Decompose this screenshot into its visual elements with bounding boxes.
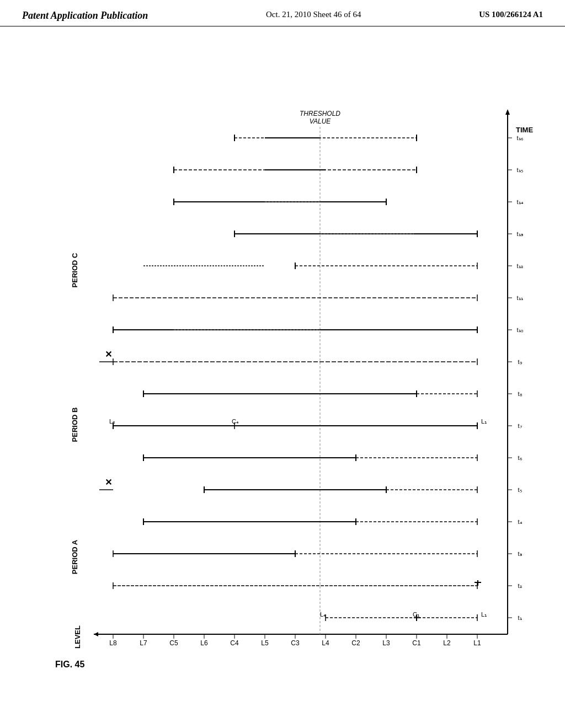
svg-text:t₇: t₇: [518, 422, 521, 429]
svg-text:t₁₀: t₁₀: [516, 326, 523, 333]
svg-text:VALUE: VALUE: [310, 117, 332, 125]
svg-text:t₂: t₂: [518, 582, 521, 589]
svg-text:t₅: t₅: [518, 486, 521, 493]
svg-text:t₁₆: t₁₆: [516, 135, 523, 141]
svg-text:t₁₅: t₁₅: [516, 167, 523, 173]
svg-text:C1: C1: [412, 639, 421, 647]
svg-text:TIME: TIME: [516, 126, 533, 134]
svg-text:C2: C2: [351, 639, 360, 647]
svg-text:t₉: t₉: [518, 358, 521, 365]
svg-text:FIG. 45: FIG. 45: [55, 660, 84, 669]
svg-text:L6: L6: [200, 639, 208, 647]
svg-text:t₁: t₁: [518, 614, 521, 621]
svg-text:PERIOD A: PERIOD A: [71, 539, 79, 574]
svg-text:C₁: C₁: [413, 611, 419, 618]
publication-date-sheet: Oct. 21, 2010 Sheet 46 of 64: [266, 10, 361, 19]
svg-marker-4: [505, 109, 510, 115]
svg-text:t₁₃: t₁₃: [516, 231, 523, 237]
svg-text:C4: C4: [230, 639, 239, 647]
svg-text:L₁: L₁: [481, 611, 487, 618]
svg-text:t₁₂: t₁₂: [516, 263, 523, 269]
svg-text:✕: ✕: [105, 350, 112, 359]
publication-number: US 100/266124 A1: [479, 10, 543, 19]
svg-text:L5: L5: [261, 639, 269, 647]
svg-marker-1: [94, 632, 98, 636]
svg-text:C3: C3: [291, 639, 300, 647]
svg-text:L3: L3: [382, 639, 390, 647]
svg-text:t₃: t₃: [518, 550, 521, 557]
svg-text:L₈: L₈: [109, 418, 115, 425]
svg-text:t₈: t₈: [518, 390, 522, 397]
svg-text:t₁₄: t₁₄: [516, 199, 523, 205]
svg-text:L7: L7: [140, 639, 147, 647]
svg-text:C5: C5: [169, 639, 178, 647]
svg-text:THRESHOLD: THRESHOLD: [300, 110, 340, 117]
svg-text:t₆: t₆: [518, 454, 522, 461]
chart-svg: LEVEL TIME L8 L7 C5 L6 C4 L5: [28, 77, 546, 684]
svg-text:t₄: t₄: [518, 518, 522, 525]
publication-title: Patent Application Publication: [22, 10, 148, 22]
svg-text:L8: L8: [109, 639, 117, 647]
svg-text:t₁₁: t₁₁: [516, 295, 523, 301]
svg-text:L4: L4: [322, 639, 329, 647]
svg-text:PERIOD B: PERIOD B: [71, 408, 79, 442]
svg-text:PERIOD C: PERIOD C: [71, 253, 79, 287]
page-header: Patent Application Publication Oct. 21, …: [0, 0, 565, 26]
svg-text:LEVEL: LEVEL: [73, 625, 82, 649]
svg-text:L2: L2: [443, 639, 451, 647]
figure-container: LEVEL TIME L8 L7 C5 L6 C4 L5: [28, 77, 546, 684]
svg-text:L₁: L₁: [481, 418, 487, 425]
svg-text:✕: ✕: [105, 478, 112, 487]
svg-text:C₄: C₄: [232, 418, 239, 425]
svg-text:L1: L1: [473, 639, 481, 647]
